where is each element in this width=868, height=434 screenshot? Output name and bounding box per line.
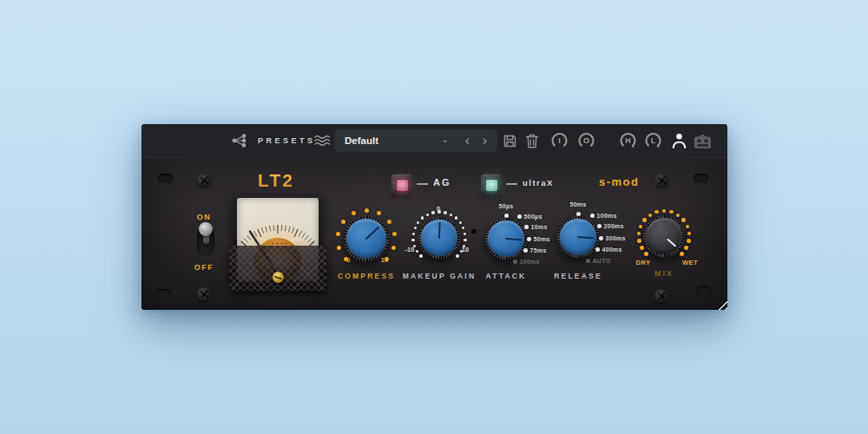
ultrax-led bbox=[485, 179, 498, 192]
release-step-label: AUTO bbox=[586, 258, 610, 264]
vent-slot bbox=[696, 286, 711, 296]
screw bbox=[654, 174, 668, 187]
knob-cap bbox=[421, 220, 457, 256]
makeup-mid: 0 bbox=[431, 205, 445, 213]
mix-label: MIX bbox=[625, 269, 703, 278]
trash-icon[interactable] bbox=[524, 133, 540, 149]
knob-pointer bbox=[487, 220, 526, 259]
share-nodes-icon[interactable] bbox=[232, 134, 247, 148]
vu-meter bbox=[233, 194, 323, 286]
knob-pointer bbox=[559, 218, 598, 257]
makeup-gain-knob[interactable] bbox=[404, 203, 474, 273]
screw bbox=[197, 287, 211, 301]
vent-slot bbox=[158, 174, 173, 183]
svg-text:L: L bbox=[651, 136, 656, 145]
vu-meter-grille bbox=[229, 246, 326, 291]
knob-cap bbox=[646, 218, 682, 254]
screw bbox=[197, 174, 211, 187]
attack-label: ATTACK bbox=[467, 272, 545, 280]
mix-dry-label: DRY bbox=[632, 259, 654, 266]
makeup-min: -10 bbox=[400, 246, 419, 253]
vent-slot bbox=[155, 289, 171, 299]
plugin-window: PRESETS Default ⌄ ‹ › I O bbox=[141, 124, 727, 310]
power-on-label: ON bbox=[192, 213, 216, 221]
gold-screw bbox=[273, 272, 284, 283]
low-filter-knob-icon[interactable]: L bbox=[643, 131, 663, 151]
release-step-label: 400ms bbox=[595, 247, 622, 253]
attack-step-label: 50µs bbox=[487, 203, 525, 209]
power-off-label: OFF bbox=[192, 263, 216, 272]
screw bbox=[654, 289, 668, 303]
knob-cap bbox=[346, 219, 386, 259]
power-toggle-switch[interactable] bbox=[197, 226, 214, 257]
release-step-label: 200ms bbox=[597, 223, 624, 229]
ultrax-link-line bbox=[506, 183, 517, 185]
high-filter-knob-icon[interactable]: H bbox=[618, 131, 638, 151]
output-gain-knob-icon[interactable]: O bbox=[576, 131, 596, 151]
preset-dropdown[interactable]: Default ⌄ ‹ › bbox=[334, 129, 497, 152]
knob-cap bbox=[488, 220, 524, 257]
amp-logo-icon[interactable] bbox=[693, 132, 713, 150]
compress-max: 10 bbox=[378, 256, 391, 264]
preset-value: Default bbox=[345, 129, 378, 152]
ag-button[interactable] bbox=[391, 174, 411, 195]
presets-label: PRESETS bbox=[258, 136, 316, 145]
knob-pointer bbox=[420, 219, 457, 256]
knob-cap bbox=[560, 219, 596, 255]
switch-handle bbox=[199, 222, 213, 236]
release-step-label: 300ms bbox=[599, 235, 626, 241]
plugin-logo: LT2 bbox=[241, 170, 311, 191]
svg-text:H: H bbox=[625, 136, 631, 145]
compress-min: 0 bbox=[341, 256, 355, 264]
ag-led bbox=[396, 179, 409, 192]
faceplate: ON OFF LT2 s-mod AG bbox=[141, 157, 727, 310]
preset-next-button[interactable]: › bbox=[483, 129, 487, 151]
resize-handle[interactable] bbox=[713, 296, 727, 310]
ag-link-line bbox=[417, 183, 428, 185]
waves-icon[interactable] bbox=[313, 134, 332, 148]
attack-step-label: 100ms bbox=[513, 259, 540, 265]
brand-label: s-mod bbox=[599, 175, 640, 188]
svg-text:I: I bbox=[558, 136, 561, 145]
svg-text:O: O bbox=[583, 136, 589, 145]
chevron-down-icon: ⌄ bbox=[442, 129, 449, 150]
release-step-label: 100ms bbox=[590, 213, 617, 219]
user-account-icon[interactable] bbox=[670, 131, 688, 150]
input-gain-knob-icon[interactable]: I bbox=[549, 131, 569, 151]
attack-step-label: 500µs bbox=[517, 214, 542, 220]
release-step-label: 50ms bbox=[559, 201, 597, 207]
preset-prev-button[interactable]: ‹ bbox=[465, 129, 470, 151]
vent-slot bbox=[694, 174, 708, 183]
ultrax-label: ultraX bbox=[523, 178, 554, 187]
ag-label: AG bbox=[433, 177, 451, 187]
save-icon[interactable] bbox=[502, 133, 518, 149]
compress-label: COMPRESS bbox=[327, 272, 405, 280]
ultrax-button[interactable] bbox=[481, 174, 501, 195]
compress-knob[interactable] bbox=[330, 202, 403, 275]
mix-wet-label: WET bbox=[679, 259, 701, 266]
release-label: RELEASE bbox=[539, 272, 617, 280]
toolbar: PRESETS Default ⌄ ‹ › I O bbox=[141, 124, 727, 157]
